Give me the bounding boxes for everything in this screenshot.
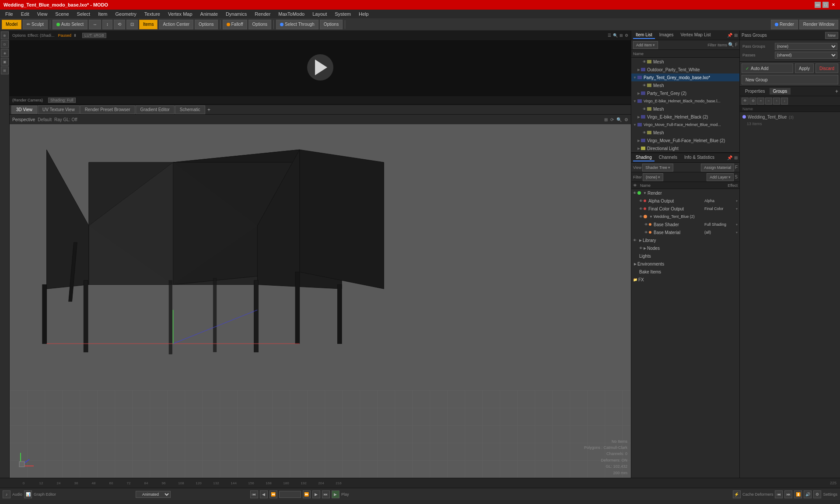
list-item[interactable]: ▶ Directional Light (631, 144, 739, 152)
tab-gradient-editor[interactable]: Gradient Editor (136, 105, 175, 114)
gs-icon-2[interactable]: ⚙ (749, 98, 756, 105)
menu-geometry[interactable]: Geometry (112, 10, 140, 18)
tab-3d-view[interactable]: 3D View (11, 105, 37, 114)
shading-item-render[interactable]: 👁 ▼ Render (631, 189, 739, 197)
item-list-content[interactable]: 👁 Mesh ▶ Outdoor_Party_Tent_White ▼ (631, 58, 739, 152)
shading-pin-icon[interactable]: 📌 (727, 155, 732, 160)
select-through-btn[interactable]: Select Through (276, 20, 318, 29)
ls-btn-5[interactable]: ⊞ (1, 66, 9, 74)
new-group-btn[interactable]: New Group (742, 75, 838, 84)
vp3d-icon-2[interactable]: ⟳ (610, 117, 614, 122)
shading-item-fx[interactable]: 📁 FX (631, 276, 739, 284)
new-btn[interactable]: New (825, 32, 838, 39)
gs-icon-1[interactable]: 👁 (742, 98, 749, 105)
shading-item-final-color[interactable]: 👁 Final Color Output Final Color ▾ (631, 205, 739, 213)
t4[interactable]: 🔊 (804, 490, 812, 498)
vp3d-icon-4[interactable]: ⚙ (624, 117, 628, 122)
channels-tab[interactable]: Channels (656, 154, 680, 161)
auto-add-btn[interactable]: ✓ Auto Add (742, 63, 793, 73)
menu-layout[interactable]: Layout (309, 10, 330, 18)
shading-tab[interactable]: Shading (633, 154, 654, 161)
vp-icon-3[interactable]: ⊞ (620, 33, 623, 38)
tab-schematic[interactable]: Schematic (175, 105, 205, 114)
shading-content[interactable]: 👁 ▼ Render 👁 Alpha Output Alpha ▾ (631, 189, 739, 478)
shading-item-base-shader[interactable]: 👁 Base Shader Full Shading ▾ (631, 220, 739, 228)
passes-select[interactable]: (shared) (775, 52, 837, 59)
list-item[interactable]: 👁 Mesh (631, 58, 739, 66)
list-item[interactable]: ▼ Party_Tent_Grey_modo_base.lxo* (631, 74, 739, 81)
animated-select[interactable]: Animated (136, 491, 171, 498)
gs-icon-6[interactable]: ↓ (781, 98, 788, 105)
filter-none-btn[interactable]: (none) ▾ (643, 173, 663, 181)
gs-icon-4[interactable]: − (765, 98, 772, 105)
shading-item-base-material[interactable]: 👁 Base Material (all) ▾ (631, 228, 739, 236)
list-item[interactable]: 👁 Mesh (631, 81, 739, 89)
menu-view[interactable]: View (34, 10, 51, 18)
list-item[interactable]: ▶ Virgo_Move_Full-Face_Helmet_Blue (2) (631, 136, 739, 144)
next-frame-btn[interactable]: ▶ (312, 490, 320, 498)
go-end-btn[interactable]: ⏭ (322, 490, 330, 498)
il-pin-icon[interactable]: 📌 (727, 33, 732, 38)
options-btn-3[interactable]: Options (320, 20, 343, 29)
info-stats-tab[interactable]: Info & Statistics (682, 154, 717, 161)
menu-edit[interactable]: Edit (18, 10, 33, 18)
item-list-tab[interactable]: Item List (633, 32, 655, 39)
vp-icon-1[interactable]: ☰ (608, 33, 611, 38)
tab-add-btn[interactable]: + (206, 106, 213, 113)
pass-groups-select[interactable]: (none) (775, 43, 837, 50)
render-window-btn[interactable]: Render Window (799, 20, 838, 29)
list-item[interactable]: ▼ Virgo_Move_Full-Face_Helmet_Blue_mod..… (631, 121, 739, 129)
shader-tree-btn[interactable]: Shader Tree ▾ (642, 164, 673, 172)
transform-btn-4[interactable]: ⊡ (126, 20, 138, 29)
shading-f-icon[interactable]: F (735, 165, 738, 170)
transform-btn-2[interactable]: ↕ (102, 20, 112, 29)
prev-key-btn[interactable]: ⏪ (270, 490, 277, 498)
ls-btn-1[interactable]: ⊕ (1, 32, 9, 39)
menu-render[interactable]: Render (251, 10, 274, 18)
t1[interactable]: ⏮ (775, 490, 783, 498)
shading-item-wedding[interactable]: 👁 ▼ Wedding_Tent_Blue (2) (631, 213, 739, 220)
close-btn[interactable]: ✕ (830, 2, 836, 8)
il-f-icon[interactable]: F (735, 42, 738, 47)
model-btn[interactable]: Model (2, 20, 21, 29)
add-item-btn[interactable]: Add Item ▾ (633, 41, 658, 49)
shading-s-icon[interactable]: S (735, 175, 738, 179)
shading-item-bake[interactable]: Bake Items (631, 268, 739, 276)
add-layer-btn[interactable]: Add Layer ▾ (707, 173, 734, 181)
shading-item-environments[interactable]: ▶ Environments (631, 260, 739, 268)
il-expand-icon[interactable]: ⊞ (734, 33, 738, 38)
transform-btn-3[interactable]: ⟲ (114, 20, 125, 29)
ls-btn-4[interactable]: ▣ (1, 58, 9, 66)
render-btn[interactable]: Render (771, 20, 798, 29)
groups-content[interactable]: Wedding_Tent_Blue (3) 13 Items (740, 112, 840, 478)
t2[interactable]: ⏭ (784, 490, 792, 498)
groups-plus-btn[interactable]: + (835, 88, 838, 94)
menu-system[interactable]: System (331, 10, 354, 18)
play-button[interactable] (307, 54, 333, 80)
discard-btn[interactable]: Discard (816, 63, 838, 73)
list-item[interactable]: ▶ Outdoor_Party_Tent_White (631, 66, 739, 74)
vp3d-icon-3[interactable]: 🔍 (616, 117, 622, 122)
options-btn-2[interactable]: Options (248, 20, 271, 29)
group-item-wedding[interactable]: Wedding_Tent_Blue (3) (742, 113, 838, 121)
images-tab[interactable]: Images (657, 32, 676, 39)
menu-animate[interactable]: Animate (197, 10, 221, 18)
audio-btn[interactable]: ♪ (3, 490, 10, 498)
menu-help[interactable]: Help (355, 10, 372, 18)
ls-btn-2[interactable]: ⊙ (1, 40, 9, 48)
shading-item-lights[interactable]: Lights (631, 252, 739, 260)
list-item[interactable]: 👁 Mesh (631, 105, 739, 113)
tab-render-preset[interactable]: Render Preset Browser (80, 105, 135, 114)
vp-icon-4[interactable]: ⚙ (625, 33, 628, 38)
go-start-btn[interactable]: ⏮ (250, 490, 258, 498)
il-search-icon[interactable]: 🔍 (728, 42, 734, 48)
menu-vertex-map[interactable]: Vertex Map (164, 10, 196, 18)
menu-file[interactable]: File (2, 10, 17, 18)
menu-select[interactable]: Select (74, 10, 94, 18)
assign-material-btn[interactable]: Assign Material (701, 164, 734, 172)
menu-maxtomodo[interactable]: MaxToModo (275, 10, 308, 18)
maximize-btn[interactable]: □ (822, 2, 829, 8)
sculpt-btn[interactable]: ✏ Sculpt (23, 20, 48, 29)
shading-item-library[interactable]: 👁 ▶ Library (631, 236, 739, 244)
menu-scene[interactable]: Scene (52, 10, 72, 18)
